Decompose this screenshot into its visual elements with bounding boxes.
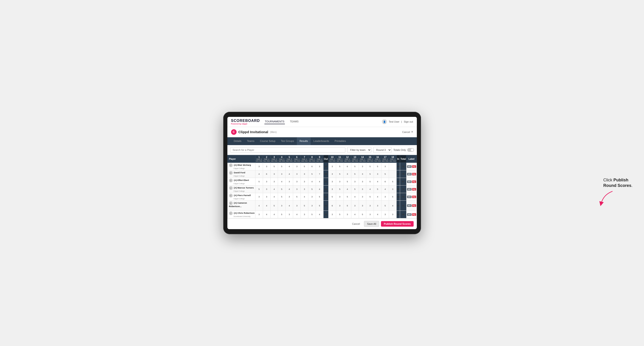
hole-score-in-10[interactable]: 3	[328, 170, 336, 178]
totals-only-switch[interactable]	[407, 148, 414, 152]
hole-score-1[interactable]: 5	[255, 185, 263, 193]
hole-score-in-16[interactable]: 3	[374, 201, 382, 211]
hole-score-5[interactable]: 3	[286, 211, 293, 218]
hole-score-2[interactable]: 3	[263, 185, 270, 193]
hole-score-in-18[interactable]	[389, 163, 396, 170]
hole-score-in-16[interactable]: 4	[374, 178, 382, 185]
hole-score-6[interactable]: 3	[293, 185, 301, 193]
hole-score-in-18[interactable]: 3	[389, 211, 396, 218]
search-input[interactable]	[230, 147, 346, 153]
tab-leaderboards[interactable]: Leaderboards	[310, 137, 332, 145]
nav-tournaments[interactable]: TOURNAMENTS	[264, 119, 285, 124]
hole-score-9[interactable]: 7	[316, 170, 323, 178]
hole-score-in-15[interactable]: 5	[366, 163, 374, 170]
hole-score-1[interactable]: 3	[255, 193, 263, 201]
hole-score-9[interactable]: 4	[316, 211, 323, 218]
hole-score-in-11[interactable]: 3	[336, 193, 344, 201]
hole-score-3[interactable]: 3	[270, 178, 278, 185]
hole-score-in-12[interactable]: 5	[344, 193, 351, 201]
hole-score-5[interactable]: 4	[286, 201, 293, 211]
save-all-button[interactable]: Save All	[364, 221, 379, 227]
nav-teams[interactable]: TEAMS	[290, 119, 299, 124]
round-select[interactable]: Round 3	[373, 147, 392, 153]
hole-score-4[interactable]: 4	[278, 178, 286, 185]
hole-score-in-17[interactable]: 3	[382, 163, 389, 170]
hole-score-in-17[interactable]: 6	[382, 178, 389, 185]
hole-score-in-18[interactable]: 5	[389, 178, 396, 185]
hole-score-in-15[interactable]: 5	[366, 178, 374, 185]
hole-score-3[interactable]: 5	[270, 201, 278, 211]
hole-score-3[interactable]: 4	[270, 193, 278, 201]
hole-score-in-15[interactable]: 5	[366, 193, 374, 201]
hole-score-in-14[interactable]: 3	[359, 193, 366, 201]
hole-score-1[interactable]: 4	[255, 201, 263, 211]
hole-score-in-14[interactable]: 3	[359, 201, 366, 211]
hole-score-7[interactable]: 4	[301, 193, 308, 201]
hole-score-1[interactable]: 3	[255, 163, 263, 170]
hole-score-in-13[interactable]: 5	[351, 170, 359, 178]
hole-score-9[interactable]: 4	[316, 185, 323, 193]
hole-score-in-12[interactable]: 3	[344, 211, 351, 218]
hole-score-in-13[interactable]: 5	[351, 185, 359, 193]
hole-score-3[interactable]: 4	[270, 185, 278, 193]
wd-badge[interactable]: WD	[407, 180, 411, 183]
hole-score-7[interactable]: 5	[301, 163, 308, 170]
hole-score-9[interactable]: 5	[316, 201, 323, 211]
hole-score-2[interactable]: 4	[263, 201, 270, 211]
hole-score-2[interactable]: 3	[263, 178, 270, 185]
hole-score-5[interactable]: 3	[286, 178, 293, 185]
hole-score-4[interactable]: 5	[278, 185, 286, 193]
hole-score-8[interactable]: 6	[308, 163, 316, 170]
hole-score-in-17[interactable]: 4	[382, 185, 389, 193]
hole-score-6[interactable]: 3	[293, 178, 301, 185]
tab-tee-groups[interactable]: Tee Groups	[278, 137, 297, 145]
hole-score-in-12[interactable]: 3	[344, 170, 351, 178]
hole-score-in-11[interactable]: 5	[336, 185, 344, 193]
hole-score-in-16[interactable]: 4	[374, 193, 382, 201]
hole-score-in-13[interactable]: 3	[351, 201, 359, 211]
hole-score-in-17[interactable]: 3	[382, 211, 389, 218]
hole-score-6[interactable]: 3	[293, 163, 301, 170]
hole-score-4[interactable]: 3	[278, 201, 286, 211]
hole-score-in-15[interactable]: 5	[366, 170, 374, 178]
hole-score-3[interactable]: 3	[270, 170, 278, 178]
hole-score-in-16[interactable]: 3	[374, 170, 382, 178]
hole-score-3[interactable]: 4	[270, 211, 278, 218]
dq-badge[interactable]: DQ	[412, 173, 416, 175]
hole-score-5[interactable]: 4	[286, 163, 293, 170]
hole-score-in-13[interactable]: 3	[351, 178, 359, 185]
hole-score-1[interactable]: 3	[255, 211, 263, 218]
hole-score-in-12[interactable]: 5	[344, 178, 351, 185]
sign-out-link[interactable]: Sign out	[404, 120, 413, 123]
hole-score-7[interactable]: 3	[301, 185, 308, 193]
hole-score-1[interactable]: 5	[255, 178, 263, 185]
hole-score-in-14[interactable]: 3	[359, 163, 366, 170]
hole-score-in-16[interactable]: 5	[374, 163, 382, 170]
hole-score-in-12[interactable]: 6	[344, 163, 351, 170]
hole-score-in-17[interactable]: 5	[382, 170, 389, 178]
tab-course-setup[interactable]: Course Setup	[257, 137, 278, 145]
hole-score-in-14[interactable]: 3	[359, 178, 366, 185]
hole-score-in-18[interactable]	[389, 170, 396, 178]
hole-score-in-13[interactable]: 4	[351, 211, 359, 218]
hole-score-8[interactable]: 5	[308, 185, 316, 193]
hole-score-in-18[interactable]: 3	[389, 185, 396, 193]
hole-score-8[interactable]: 4	[308, 178, 316, 185]
tab-teams[interactable]: Teams	[244, 137, 257, 145]
hole-score-5[interactable]: 3	[286, 193, 293, 201]
hole-score-6[interactable]: 3	[293, 201, 301, 211]
hole-score-in-13[interactable]: 5	[351, 163, 359, 170]
hole-score-in-12[interactable]: 4	[344, 185, 351, 193]
hole-score-in-10[interactable]: 3	[328, 163, 336, 170]
hole-score-in-14[interactable]: 3	[359, 170, 366, 178]
hole-score-in-15[interactable]: 4	[366, 185, 374, 193]
hole-score-in-15[interactable]: 3	[366, 201, 374, 211]
tab-details[interactable]: Details	[231, 137, 244, 145]
hole-score-4[interactable]: 5	[278, 163, 286, 170]
dq-badge[interactable]: DQ	[412, 165, 416, 168]
hole-score-9[interactable]: 4	[316, 178, 323, 185]
filter-by-team-select[interactable]: Filter by team	[347, 147, 371, 153]
wd-badge[interactable]: WD	[407, 213, 411, 216]
hole-score-in-11[interactable]: 5	[336, 163, 344, 170]
hole-score-in-16[interactable]: 5	[374, 185, 382, 193]
